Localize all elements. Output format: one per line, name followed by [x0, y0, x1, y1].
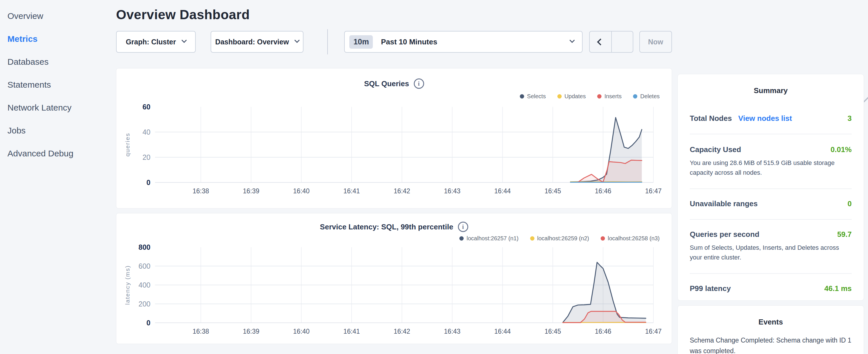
sidebar-item-jobs[interactable]: Jobs	[0, 119, 115, 142]
svg-text:16:42: 16:42	[394, 328, 410, 335]
svg-text:16:46: 16:46	[595, 328, 612, 335]
legend-item-n2[interactable]: localhost:26259 (n2)	[530, 235, 589, 242]
legend-item-updates[interactable]: Updates	[557, 93, 586, 100]
svg-text:16:40: 16:40	[293, 328, 310, 335]
time-range-dropdown[interactable]: 10m Past 10 Minutes	[344, 31, 582, 53]
sidebar-item-databases[interactable]: Databases	[0, 51, 115, 73]
summary-value: 46.1 ms	[825, 284, 852, 293]
info-icon[interactable]: i	[414, 78, 424, 89]
sql-queries-chart: 16:3816:3916:4016:4116:4216:4316:4416:45…	[116, 104, 672, 203]
svg-text:0: 0	[147, 319, 150, 327]
summary-value: 3	[848, 114, 852, 123]
toolbar-divider	[327, 29, 328, 55]
main-content: Overview Dashboard Graph: Cluster Dashbo…	[116, 0, 672, 344]
graph-dropdown-label: Graph: Cluster	[126, 38, 176, 46]
svg-text:16:46: 16:46	[595, 187, 612, 195]
time-step-buttons	[589, 31, 633, 53]
dashboard-dropdown[interactable]: Dashboard: Overview	[211, 31, 304, 53]
sql-queries-card: SQL Queries i Selects Updates Inserts	[116, 68, 672, 208]
events-title: Events	[678, 305, 864, 326]
time-back-button[interactable]	[590, 32, 611, 52]
legend-dot	[520, 94, 524, 99]
summary-row-unavailable-ranges: Unavailable ranges 0	[690, 199, 852, 208]
event-message[interactable]: Schema Change Completed: Schema change w…	[690, 335, 852, 354]
svg-text:40: 40	[143, 128, 150, 136]
sidebar: Overview Metrics Databases Statements Ne…	[0, 0, 115, 165]
right-panel: Summary Total Nodes View nodes list 3 Ca…	[677, 74, 864, 354]
service-latency-card: Service Latency: SQL, 99th percentile i …	[116, 213, 672, 344]
sidebar-item-advanced-debug[interactable]: Advanced Debug	[0, 142, 115, 165]
svg-text:16:39: 16:39	[243, 328, 259, 335]
graph-dropdown[interactable]: Graph: Cluster	[116, 31, 196, 53]
chevron-down-icon	[569, 37, 575, 43]
sidebar-item-network-latency[interactable]: Network Latency	[0, 96, 115, 119]
svg-text:200: 200	[138, 300, 150, 308]
svg-text:16:47: 16:47	[645, 328, 662, 335]
chevron-left-icon	[597, 38, 604, 45]
chevron-down-icon	[294, 37, 300, 43]
svg-text:0: 0	[147, 179, 150, 187]
sidebar-item-overview[interactable]: Overview	[0, 5, 115, 28]
summary-row-queries-per-second: Queries per second 59.7	[690, 230, 852, 239]
now-button[interactable]: Now	[639, 31, 672, 53]
svg-text:16:42: 16:42	[394, 187, 410, 195]
legend-dot	[633, 94, 637, 99]
divider	[690, 219, 852, 220]
legend-item-n1[interactable]: localhost:26257 (n1)	[459, 235, 518, 242]
svg-text:60: 60	[143, 104, 150, 111]
svg-text:600: 600	[138, 262, 150, 270]
chart-legend: localhost:26257 (n1) localhost:26259 (n2…	[116, 234, 672, 242]
summary-description: You are using 28.6 MiB of 515.9 GiB usab…	[690, 158, 852, 178]
svg-text:16:44: 16:44	[494, 328, 511, 335]
svg-text:16:45: 16:45	[545, 187, 561, 195]
info-icon[interactable]: i	[458, 222, 468, 232]
time-forward-button[interactable]	[611, 32, 633, 52]
summary-value: 0	[848, 199, 852, 208]
legend-item-n3[interactable]: localhost:26258 (n3)	[601, 235, 660, 242]
time-range-label: Past 10 Minutes	[381, 37, 570, 46]
legend-item-selects[interactable]: Selects	[520, 93, 546, 100]
dashboard-dropdown-label: Dashboard: Overview	[215, 38, 289, 46]
svg-text:16:41: 16:41	[343, 328, 360, 335]
summary-label: Capacity Used	[690, 145, 741, 154]
summary-row-total-nodes: Total Nodes View nodes list 3	[690, 114, 852, 123]
page-title: Overview Dashboard	[116, 7, 672, 22]
legend-dot	[597, 94, 601, 99]
svg-text:20: 20	[143, 153, 150, 161]
svg-text:400: 400	[138, 281, 150, 289]
svg-text:16:45: 16:45	[545, 328, 561, 335]
svg-text:16:43: 16:43	[444, 328, 461, 335]
sidebar-item-metrics[interactable]: Metrics	[0, 28, 115, 51]
view-nodes-list-link[interactable]: View nodes list	[738, 114, 792, 123]
divider	[690, 134, 852, 134]
summary-panel: Summary Total Nodes View nodes list 3 Ca…	[677, 74, 864, 301]
events-panel: Events Schema Change Completed: Schema c…	[677, 305, 864, 354]
svg-text:800: 800	[138, 244, 150, 251]
svg-text:16:44: 16:44	[494, 187, 511, 195]
svg-text:16:41: 16:41	[343, 187, 360, 195]
summary-description: Sum of Selects, Updates, Inserts, and De…	[690, 243, 852, 262]
sidebar-item-statements[interactable]: Statements	[0, 73, 115, 96]
legend-dot	[530, 236, 534, 240]
svg-text:16:40: 16:40	[293, 187, 310, 195]
chevron-down-icon	[181, 37, 187, 43]
summary-title: Summary	[678, 74, 864, 95]
summary-label: Queries per second	[690, 230, 760, 239]
legend-dot	[557, 94, 562, 99]
admin-ui-page: Overview Metrics Databases Statements Ne…	[0, 0, 868, 354]
legend-dot	[459, 236, 464, 240]
summary-row-capacity-used: Capacity Used 0.01%	[690, 145, 852, 154]
svg-text:queries: queries	[124, 133, 131, 157]
svg-text:16:39: 16:39	[243, 187, 259, 195]
legend-item-inserts[interactable]: Inserts	[597, 93, 622, 100]
legend-item-deletes[interactable]: Deletes	[633, 93, 660, 100]
svg-text:latency (ms): latency (ms)	[124, 265, 131, 305]
summary-label: P99 latency	[690, 284, 731, 293]
summary-label: Unavailable ranges	[690, 199, 758, 208]
legend-dot	[601, 236, 605, 240]
svg-text:16:43: 16:43	[444, 187, 461, 195]
svg-text:16:47: 16:47	[645, 187, 662, 195]
toolbar: Graph: Cluster Dashboard: Overview 10m P…	[116, 31, 672, 53]
divider	[690, 273, 852, 274]
time-range-badge: 10m	[349, 35, 373, 49]
